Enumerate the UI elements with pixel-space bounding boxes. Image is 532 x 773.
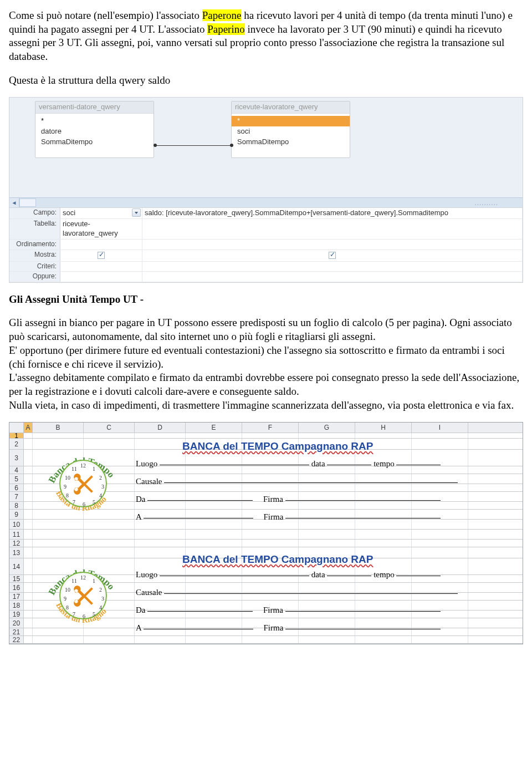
field-star-1[interactable]: * (35, 116, 154, 126)
cell-F5[interactable] (242, 474, 299, 484)
grid-cell-oppure-2[interactable] (142, 272, 523, 282)
cell-A22[interactable] (24, 636, 33, 643)
cell-B20[interactable] (33, 618, 84, 628)
cell-F9[interactable] (242, 510, 299, 519)
cell-A15[interactable] (24, 575, 33, 582)
cell-F4[interactable] (242, 466, 299, 474)
cell-I17[interactable] (412, 593, 468, 600)
cell-B16[interactable] (33, 583, 84, 592)
cell-F2[interactable] (242, 439, 299, 449)
grid-cell-campo-2[interactable]: saldo: [ricevute-lavoratore_qwery].Somma… (142, 208, 523, 218)
cell-C5[interactable] (84, 474, 135, 484)
row-header-10[interactable]: 10 (9, 520, 24, 529)
cell-D13[interactable] (135, 547, 186, 558)
grid-cell-mostra-1[interactable] (60, 250, 142, 261)
cell-G16[interactable] (299, 583, 355, 592)
cell-E16[interactable] (186, 583, 242, 592)
cell-B10[interactable] (33, 520, 84, 529)
cell-B12[interactable] (33, 540, 84, 547)
cell-G19[interactable] (299, 611, 355, 618)
cell-I15[interactable] (412, 575, 468, 582)
column-header-C[interactable]: C (84, 423, 135, 433)
cell-H18[interactable] (355, 601, 412, 610)
cell-G10[interactable] (299, 520, 355, 529)
cell-A18[interactable] (24, 601, 33, 610)
cell-D7[interactable] (135, 492, 186, 501)
cell-H11[interactable] (355, 530, 412, 539)
cell-E9[interactable] (186, 510, 242, 519)
cell-F20[interactable] (242, 618, 299, 628)
cell-B13[interactable] (33, 547, 84, 558)
row-header-21[interactable]: 21 (9, 628, 24, 635)
column-header-D[interactable]: D (135, 423, 186, 433)
cell-H19[interactable] (355, 611, 412, 618)
cell-H13[interactable] (355, 547, 412, 558)
relationship-line[interactable] (155, 145, 232, 146)
cell-I7[interactable] (412, 492, 468, 501)
column-header-G[interactable]: G (299, 423, 355, 433)
cell-G4[interactable] (299, 466, 355, 474)
cell-D16[interactable] (135, 583, 186, 592)
cell-E14[interactable] (186, 558, 242, 574)
cell-G22[interactable] (299, 636, 355, 643)
cell-A8[interactable] (24, 502, 33, 509)
splitter-grip[interactable]: ,,,,,,,,,, (475, 200, 514, 205)
cell-I1[interactable] (412, 433, 468, 438)
cell-B5[interactable] (33, 474, 84, 484)
cell-F13[interactable] (242, 547, 299, 558)
cell-C9[interactable] (84, 510, 135, 519)
cell-F3[interactable] (242, 450, 299, 466)
cell-G18[interactable] (299, 601, 355, 610)
cell-F6[interactable] (242, 484, 299, 491)
cell-I18[interactable] (412, 601, 468, 610)
cell-I9[interactable] (412, 510, 468, 519)
checkbox-checked-icon[interactable] (98, 252, 105, 259)
cell-D20[interactable] (135, 618, 186, 628)
column-header-I[interactable]: I (412, 423, 468, 433)
cell-H16[interactable] (355, 583, 412, 592)
cell-G6[interactable] (299, 484, 355, 491)
cell-C13[interactable] (84, 547, 135, 558)
cell-B6[interactable] (33, 484, 84, 491)
row-header-7[interactable]: 7 (9, 492, 24, 501)
cell-D11[interactable] (135, 530, 186, 539)
cell-E20[interactable] (186, 618, 242, 628)
cell-I10[interactable] (412, 520, 468, 529)
row-header-20[interactable]: 20 (9, 618, 24, 628)
cell-G2[interactable] (299, 439, 355, 449)
cell-E12[interactable] (186, 540, 242, 547)
cell-C22[interactable] (84, 636, 135, 643)
field-sommaditempo-2[interactable]: SommaDitempo (232, 137, 350, 148)
cell-A20[interactable] (24, 618, 33, 628)
cell-I22[interactable] (412, 636, 468, 643)
cell-B3[interactable] (33, 450, 84, 466)
cell-A10[interactable] (24, 520, 33, 529)
cell-C14[interactable] (84, 558, 135, 574)
cell-C3[interactable] (84, 450, 135, 466)
cell-E13[interactable] (186, 547, 242, 558)
row-header-17[interactable]: 17 (9, 593, 24, 600)
cell-H1[interactable] (355, 433, 412, 438)
column-header-B[interactable]: B (33, 423, 84, 433)
row-header-19[interactable]: 19 (9, 611, 24, 618)
cell-D9[interactable] (135, 510, 186, 519)
cell-H17[interactable] (355, 593, 412, 600)
cell-H7[interactable] (355, 492, 412, 501)
cell-E17[interactable] (186, 593, 242, 600)
dropdown-icon[interactable] (132, 208, 141, 217)
cell-D21[interactable] (135, 628, 186, 635)
cell-B9[interactable] (33, 510, 84, 519)
cell-E11[interactable] (186, 530, 242, 539)
row-header-5[interactable]: 5 (9, 474, 24, 484)
cell-H5[interactable] (355, 474, 412, 484)
grid-cell-mostra-2[interactable] (142, 250, 523, 261)
cell-F22[interactable] (242, 636, 299, 643)
cell-G1[interactable] (299, 433, 355, 438)
column-header-A[interactable]: A (24, 423, 33, 433)
cell-D10[interactable] (135, 520, 186, 529)
cell-I14[interactable] (412, 558, 468, 574)
cell-A5[interactable] (24, 474, 33, 484)
cell-E5[interactable] (186, 474, 242, 484)
cell-H14[interactable] (355, 558, 412, 574)
cell-A7[interactable] (24, 492, 33, 501)
